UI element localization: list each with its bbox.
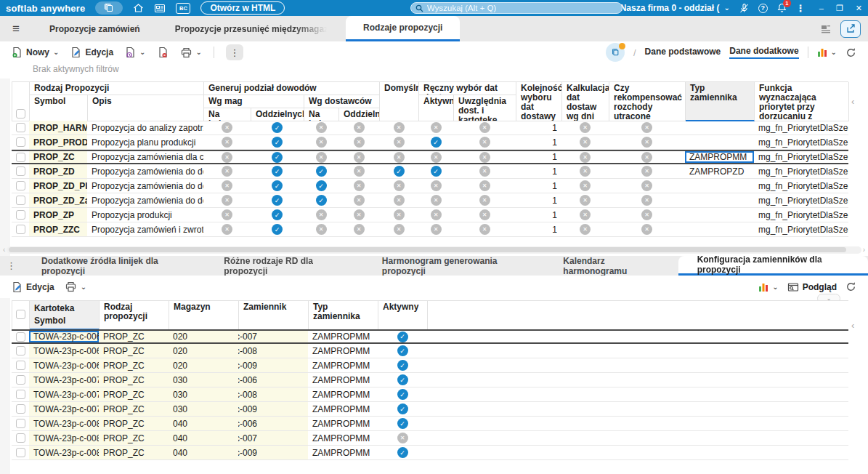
cell-opis[interactable]: Propozycja produkcji [87, 208, 203, 222]
cell-symbol[interactable]: PROP_ZD [29, 164, 87, 179]
bc-icon[interactable]: BC [176, 3, 190, 14]
row-checkbox[interactable] [16, 419, 25, 428]
cell-kolejnosc[interactable]: 1 [516, 151, 561, 163]
cell-symbol[interactable]: PROP_ZC [29, 151, 87, 163]
cell-wm_na[interactable]: ✕ [203, 208, 251, 222]
cell-wm_od[interactable]: ✓ [251, 164, 304, 179]
col-typ-zamiennika[interactable]: Typ zamiennika [309, 301, 378, 330]
edit-button[interactable]: Edycja [70, 47, 113, 58]
row-checkbox-cell[interactable] [12, 446, 29, 460]
tab-tab2-4[interactable]: Konfiguracja zamienników dla propozycji [678, 256, 868, 276]
cell-symbol[interactable]: PROP_HARM [29, 121, 87, 135]
scrollbar-thumb[interactable] [9, 247, 846, 252]
cell-aktywny[interactable]: ✕ [418, 193, 453, 208]
cell-opis[interactable]: Propozycja zamówienia do dos [87, 193, 203, 208]
cell-uwzglednia[interactable]: ✕ [453, 208, 516, 222]
cell-aktywny[interactable]: ✕ [418, 151, 453, 163]
row-checkbox-cell[interactable] [12, 208, 29, 222]
cell-uwzglednia[interactable]: ✕ [453, 193, 516, 208]
col-rekompensata[interactable]: Czy rekompensować rozchody utracone [609, 82, 686, 121]
cell-aktywny[interactable]: ✓ [378, 387, 427, 402]
detail-refresh-button[interactable] [845, 281, 856, 292]
notifications-bell-icon[interactable]: 1 [777, 3, 787, 13]
cell-zamiennik[interactable]: TOWA-23p-c-007 [238, 331, 308, 342]
cell-uwzglednia[interactable]: ✕ [453, 135, 516, 150]
cell-kolejnosc[interactable]: 1 [516, 135, 561, 150]
cell-typ-zamiennika[interactable]: ZAMPROPMM [308, 402, 378, 417]
cell-domyslna[interactable]: ✕ [379, 135, 418, 150]
cell-wm_od[interactable]: ✓ [251, 208, 304, 222]
cell-wm_od[interactable]: ✓ [251, 193, 304, 208]
panel-layout-icon[interactable] [820, 24, 832, 34]
cell-opis[interactable]: Propozycja zamówienia do dos [87, 179, 203, 193]
scroll-left-icon[interactable]: ‹ [851, 96, 854, 107]
table-row[interactable]: TOWA-23p-c-007PROP_ZC030TOWA-23p-c-009ZA… [12, 402, 848, 417]
cell-funkcja[interactable]: mg_fn_PriorytetDlaSzeroko [754, 164, 848, 179]
cell-rekompensata[interactable]: ✕ [609, 135, 685, 150]
cell-kartoteka[interactable]: TOWA-23p-c-006 [29, 358, 99, 373]
cell-funkcja[interactable]: mg_fn_PriorytetDlaSzeroko [754, 135, 848, 150]
row-checkbox-cell[interactable] [12, 164, 29, 179]
cell-wd_od[interactable]: ✕ [338, 193, 379, 208]
cell-wm_od[interactable]: ✓ [251, 222, 304, 237]
cell-aktywny[interactable]: ✓ [378, 358, 427, 373]
cell-domyslna[interactable]: ✕ [379, 222, 418, 237]
table-row[interactable]: PROP_ZPPropozycja produkcji✕✓✕✕✕✕✕1✕✕mg_… [12, 208, 848, 222]
cell-zamiennik[interactable]: TOWA-23p-c-006 [238, 373, 308, 387]
cell-magazyn[interactable]: 020 [169, 331, 238, 342]
col-magazyn[interactable]: Magazyn [169, 301, 239, 330]
home-icon[interactable] [133, 3, 144, 13]
col-kolejnosc[interactable]: Kolejność wyboru dat dostawy [516, 82, 562, 121]
cell-rodzaj-propozycji[interactable]: PROP_ZC [99, 373, 169, 387]
view-basic-data-link[interactable]: Dane podstawowe [645, 47, 721, 58]
cell-typ-zamiennika[interactable]: ZAMPROPMM [685, 151, 754, 163]
cell-kartoteka[interactable]: TOWA-23p-c-006 [29, 344, 99, 358]
pages-status-icon[interactable] [606, 43, 625, 62]
cell-domyslna[interactable]: ✓ [379, 164, 418, 179]
cell-funkcja[interactable]: mg_fn_PriorytetDlaSzeroko [754, 222, 848, 237]
tab-tab2-1[interactable]: Różne rodzaje RD dla propozycji [205, 256, 362, 276]
col-kartoteka[interactable]: Kartoteka Symbol [30, 301, 100, 330]
cell-domyslna[interactable]: ✕ [379, 121, 418, 135]
cell-uwzglednia[interactable]: ✕ [453, 151, 516, 163]
cell-wd_na[interactable]: ✕ [304, 222, 338, 237]
cell-rodzaj-propozycji[interactable]: PROP_ZC [99, 358, 169, 373]
cell-wm_od[interactable]: ✓ [251, 135, 304, 150]
row-checkbox[interactable] [16, 123, 25, 132]
cell-opis[interactable]: Propozycja planu produkcji [87, 135, 203, 150]
document-history-button[interactable]: ⌄ [125, 47, 145, 58]
cell-rekompensata[interactable]: ✕ [609, 222, 685, 237]
cell-typ-zamiennika[interactable] [685, 121, 754, 135]
cell-wm_na[interactable]: ✕ [203, 222, 251, 237]
cell-wd_od[interactable]: ✕ [338, 222, 379, 237]
cell-typ-zamiennika[interactable]: ZAMPROPMM [308, 344, 378, 358]
cell-wd_na[interactable]: ✕ [304, 208, 338, 222]
cell-uwzglednia[interactable]: ✕ [453, 164, 516, 179]
row-checkbox[interactable] [16, 448, 25, 457]
cell-magazyn[interactable]: 040 [169, 431, 238, 446]
cell-symbol[interactable]: PROP_ZD_Pla [29, 179, 87, 193]
cell-opis[interactable]: Propozycja do analizy zapotrze [87, 121, 203, 135]
tab-tab2-0[interactable]: Dodatkowe źródła linijek dla propozycji [23, 256, 205, 276]
cell-funkcja[interactable]: mg_fn_PriorytetDlaSzeroko [754, 208, 848, 222]
row-checkbox-cell[interactable] [12, 193, 29, 208]
cell-zamiennik[interactable]: TOWA-23p-c-009 [238, 358, 308, 373]
table-row[interactable]: TOWA-23p-c-006PROP_ZC020TOWA-23p-c-009ZA… [12, 358, 848, 373]
cell-kolejnosc[interactable]: 1 [516, 222, 561, 237]
cell-typ-zamiennika[interactable]: ZAMPROPMM [308, 358, 378, 373]
table-row[interactable]: PROP_HARMPropozycja do analizy zapotrze✕… [12, 121, 848, 135]
cell-typ-zamiennika[interactable]: ZAMPROPMM [308, 446, 378, 460]
cell-kalkulacja[interactable]: ✕ [561, 179, 609, 193]
cell-typ-zamiennika[interactable] [685, 208, 754, 222]
cell-uwzglednia[interactable]: ✕ [453, 222, 516, 237]
col-wm-na-jednym[interactable]: Na jednym [204, 108, 251, 121]
table-row[interactable]: PROP_ZD_ZarPropozycja zamówienia do dos✕… [12, 193, 848, 208]
detail-chart-button[interactable]: ⌄ [758, 282, 778, 292]
col-rodzaj-propozycji[interactable]: Rodzaj propozycji [100, 301, 169, 330]
cell-wd_na[interactable]: ✕ [304, 135, 338, 150]
scroll-left-icon[interactable]: ‹ [851, 320, 854, 331]
cell-uwzglednia[interactable]: ✕ [453, 179, 516, 193]
cell-aktywny[interactable]: ✕ [418, 208, 453, 222]
cell-wd_od[interactable]: ✕ [338, 151, 379, 163]
refresh-button[interactable] [845, 47, 856, 58]
